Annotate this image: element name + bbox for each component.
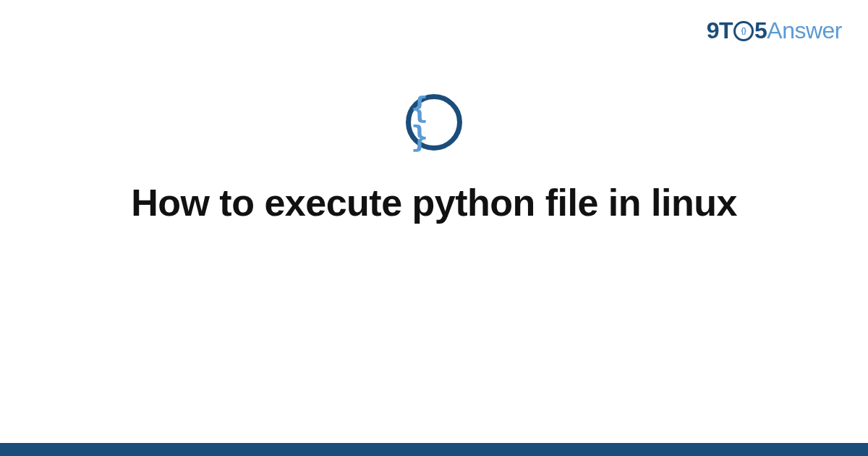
site-logo: 9T {} 5 Answer <box>707 17 842 44</box>
braces-glyph: { } <box>411 93 457 151</box>
logo-text-9t: 9T <box>707 17 733 44</box>
code-braces-icon: { } <box>406 94 462 151</box>
main-content: { } How to execute python file in linux <box>0 94 868 224</box>
clock-inner-braces: {} <box>741 28 746 35</box>
page-title: How to execute python file in linux <box>131 181 737 224</box>
clock-icon: {} <box>733 21 754 41</box>
footer-bar <box>0 443 868 456</box>
logo-text-5: 5 <box>754 17 767 44</box>
logo-text-answer: Answer <box>767 17 842 44</box>
